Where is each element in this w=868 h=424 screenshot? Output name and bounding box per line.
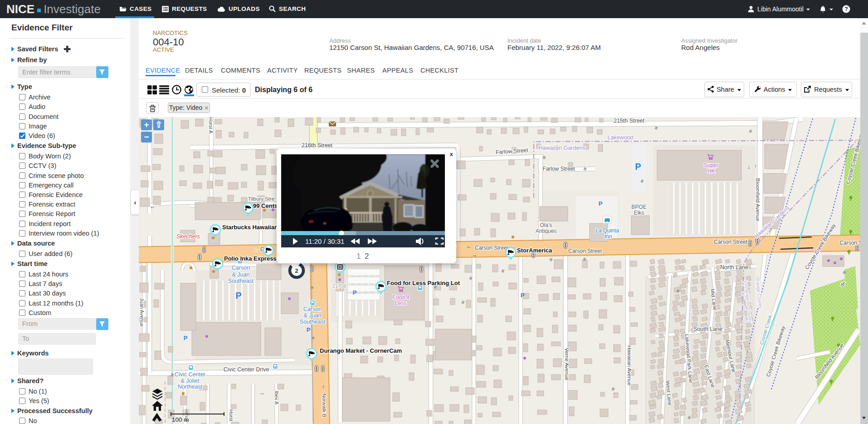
- svg-text:+: +: [144, 120, 149, 129]
- svg-text:?: ?: [844, 6, 848, 12]
- svg-text:Antiques: Antiques: [536, 228, 557, 234]
- svg-text:99 Cents: 99 Cents: [253, 202, 278, 209]
- svg-text:Ibex A: Ibex A: [274, 391, 279, 405]
- svg-text:↑: ↑: [754, 163, 757, 169]
- svg-text:−: −: [144, 132, 149, 142]
- svg-text:Inn: Inn: [605, 233, 612, 240]
- svg-text:Tilbury Stre: Tilbury Stre: [248, 196, 274, 202]
- svg-text:Southeast: Southeast: [300, 319, 326, 325]
- svg-text:Horst: Horst: [229, 409, 234, 421]
- svg-text:←: ←: [150, 203, 156, 210]
- svg-text:216th Street: 216th Street: [302, 142, 333, 148]
- svg-text:P: P: [184, 335, 188, 341]
- svg-text:Lakewood: Lakewood: [608, 134, 634, 141]
- svg-text:→: →: [259, 389, 265, 396]
- svg-text:Hawaiian Avenue: Hawaiian Avenue: [627, 345, 632, 386]
- svg-text:Bloomfield Avenue: Bloomfield Avenue: [755, 178, 761, 221]
- svg-text:215th Street: 215th Street: [614, 118, 645, 124]
- svg-text:Civic Center: Civic Center: [175, 371, 205, 378]
- svg-text:P: P: [235, 291, 241, 301]
- svg-text:Carson: Carson: [232, 265, 250, 271]
- svg-text:Food for Less Parking Lot: Food for Less Parking Lot: [387, 280, 460, 286]
- svg-text:↓: ↓: [747, 164, 750, 170]
- svg-text:21708: 21708: [332, 283, 346, 289]
- svg-text:& Juan: & Juan: [304, 312, 322, 319]
- svg-text:HK: HK: [707, 168, 715, 174]
- svg-text:Elks: Elks: [634, 210, 644, 216]
- svg-text:Verne Avenue: Verne Avenue: [564, 348, 570, 380]
- svg-text:StorAmerica: StorAmerica: [517, 247, 552, 254]
- svg-text:→: →: [472, 251, 478, 258]
- svg-text:P: P: [307, 326, 311, 333]
- svg-text:Southeast: Southeast: [228, 278, 254, 284]
- svg-text:South Lane: South Lane: [693, 326, 722, 332]
- svg-text:Durango Market - CornerCam: Durango Market - CornerCam: [320, 347, 402, 354]
- svg-text:Farlow Street: Farlow Street: [542, 166, 575, 172]
- svg-text:Ola's: Ola's: [540, 222, 552, 228]
- svg-text:BPOE: BPOE: [631, 204, 646, 210]
- svg-text:⇧: ⇧: [155, 120, 162, 129]
- svg-text:Hawaiian Gardens: Hawaiian Gardens: [539, 145, 585, 151]
- svg-text:←: ←: [466, 243, 472, 250]
- svg-text:100 m: 100 m: [172, 416, 189, 423]
- svg-text:Carson Street: Carson Street: [475, 245, 509, 251]
- svg-text:La Quinta: La Quinta: [595, 227, 619, 234]
- svg-text:Food 4: Food 4: [392, 294, 410, 301]
- svg-text:P: P: [521, 292, 525, 299]
- svg-text:Carson St: Carson St: [839, 240, 860, 246]
- svg-text:P: P: [599, 200, 603, 207]
- svg-text:Norwalk B: Norwalk B: [322, 394, 327, 418]
- svg-text:Super: Super: [704, 162, 718, 168]
- svg-text:11:20 / 30:31: 11:20 / 30:31: [305, 237, 344, 245]
- svg-text:↑: ↑: [322, 383, 325, 390]
- svg-text:Juan Avenue: Juan Avenue: [139, 298, 145, 326]
- svg-text:P: P: [635, 162, 641, 172]
- svg-text:Horst A: Horst A: [208, 117, 214, 134]
- svg-text:Carson Street: Carson Street: [568, 248, 602, 254]
- svg-text:Carson Street: Carson Street: [714, 239, 748, 245]
- svg-text:Less: Less: [395, 300, 406, 306]
- svg-text:Starbucks Hawaiian G: Starbucks Hawaiian G: [222, 224, 284, 231]
- svg-text:& Juan: & Juan: [232, 271, 250, 278]
- svg-text:Northeast: Northeast: [178, 384, 203, 390]
- svg-text:Skechers: Skechers: [176, 233, 200, 240]
- svg-text:& Joliet: & Joliet: [181, 378, 200, 384]
- svg-text:North Lane: North Lane: [720, 264, 748, 271]
- svg-text:Civic Center Drive: Civic Center Drive: [224, 366, 269, 373]
- svg-text:Carson: Carson: [303, 306, 322, 312]
- svg-text:P: P: [353, 289, 357, 296]
